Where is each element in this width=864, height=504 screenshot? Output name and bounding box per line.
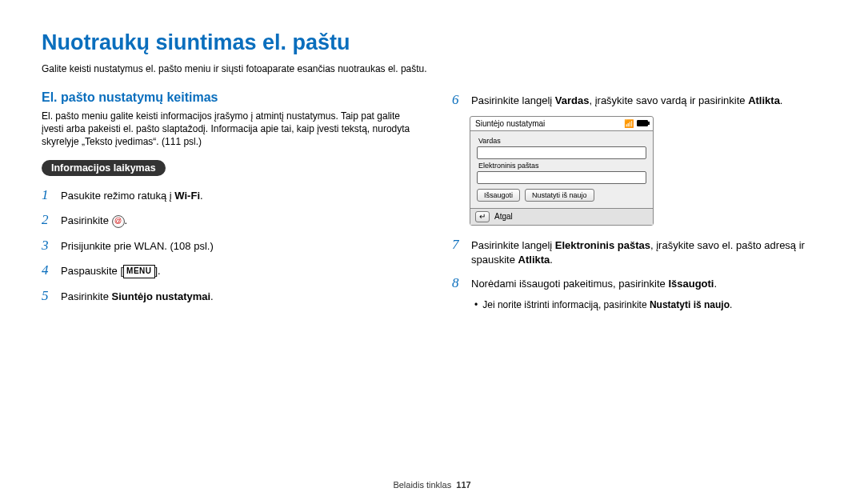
left-steps: 1 Pasukite režimo ratuką į Wi-Fi. 2 Pasi… — [42, 186, 412, 306]
device-input-name[interactable] — [477, 146, 646, 159]
step-text: Norėdami išsaugoti pakeitimus, pasirinki… — [471, 277, 717, 292]
back-icon[interactable]: ↵ — [475, 211, 490, 222]
device-body: Vardas Elektroninis paštas Išsaugoti Nus… — [470, 131, 653, 208]
step-3: 3 Prisijunkite prie WLAN. (108 psl.) — [42, 236, 412, 256]
device-input-email[interactable] — [477, 171, 646, 184]
page-footer: Belaidis tinklas 117 — [0, 480, 864, 490]
wifi-icon — [624, 119, 634, 128]
step-8: 8 Norėdami išsaugoti pakeitimus, pasirin… — [452, 274, 822, 294]
device-title: Siuntėjo nustatymai — [475, 119, 545, 128]
sub-bullet: Jei norite ištrinti informaciją, pasirin… — [474, 299, 822, 310]
step-num: 4 — [42, 261, 53, 281]
step-num: 2 — [42, 210, 53, 230]
menu-button-label: MENU — [123, 265, 154, 278]
device-header: Siuntėjo nustatymai — [470, 117, 653, 131]
battery-icon — [637, 120, 648, 126]
sub-text: Jei norite ištrinti informaciją, pasirin… — [482, 299, 732, 310]
step-text: Pasirinkite langelį Vardas, įrašykite sa… — [471, 94, 782, 109]
step-num: 1 — [42, 186, 53, 206]
device-back-label: Atgal — [494, 212, 513, 221]
step-text: Paspauskite [MENU]. — [61, 264, 161, 279]
device-save-button[interactable]: Išsaugoti — [477, 189, 520, 202]
wifi-label: Wi-Fi — [174, 190, 200, 202]
footer-section: Belaidis tinklas — [393, 480, 451, 490]
step-7: 7 Pasirinkite langelį Elektroninis pašta… — [452, 235, 822, 269]
info-pill: Informacijos laikymas — [42, 160, 166, 176]
step-4: 4 Paspauskite [MENU]. — [42, 261, 412, 281]
content-columns: El. pašto nustatymų keitimas El. pašto m… — [42, 90, 822, 312]
right-column: 6 Pasirinkite langelį Vardas, įrašykite … — [452, 90, 822, 312]
left-column: El. pašto nustatymų keitimas El. pašto m… — [42, 90, 412, 312]
device-status-icons — [624, 119, 648, 128]
device-label-name: Vardas — [478, 137, 646, 145]
page-title: Nuotraukų siuntimas el. paštu — [42, 30, 822, 55]
step-6: 6 Pasirinkite langelį Vardas, įrašykite … — [452, 90, 822, 110]
step-num: 8 — [452, 274, 463, 294]
page-intro: Galite keisti nustatymus el. pašto meniu… — [42, 63, 822, 74]
step-text: Pasukite režimo ratuką į Wi-Fi. — [61, 189, 203, 204]
step-text: Pasirinkite @. — [61, 214, 127, 229]
step-5: 5 Pasirinkite Siuntėjo nustatymai. — [42, 286, 412, 306]
step-num: 3 — [42, 236, 53, 256]
device-label-email: Elektroninis paštas — [478, 162, 646, 170]
step-2: 2 Pasirinkite @. — [42, 210, 412, 230]
email-icon: @ — [112, 215, 125, 228]
right-steps-2: 7 Pasirinkite langelį Elektroninis pašta… — [452, 235, 822, 294]
section-desc: El. pašto meniu galite keisti informacij… — [42, 110, 412, 149]
step-num: 7 — [452, 235, 463, 255]
step-text: Pasirinkite langelį Elektroninis paštas,… — [471, 238, 822, 269]
right-steps: 6 Pasirinkite langelį Vardas, įrašykite … — [452, 90, 822, 110]
step-num: 6 — [452, 90, 463, 110]
device-reset-button[interactable]: Nustatyti iš naujo — [525, 189, 594, 202]
section-title: El. pašto nustatymų keitimas — [42, 90, 412, 105]
step-text: Pasirinkite Siuntėjo nustatymai. — [61, 290, 214, 305]
device-mockup: Siuntėjo nustatymai Vardas Elektroninis … — [470, 116, 654, 226]
device-footer: ↵ Atgal — [470, 208, 653, 225]
step-1: 1 Pasukite režimo ratuką į Wi-Fi. — [42, 186, 412, 206]
step-text: Prisijunkite prie WLAN. (108 psl.) — [61, 239, 214, 254]
step-num: 5 — [42, 286, 53, 306]
footer-page-number: 117 — [456, 480, 470, 490]
